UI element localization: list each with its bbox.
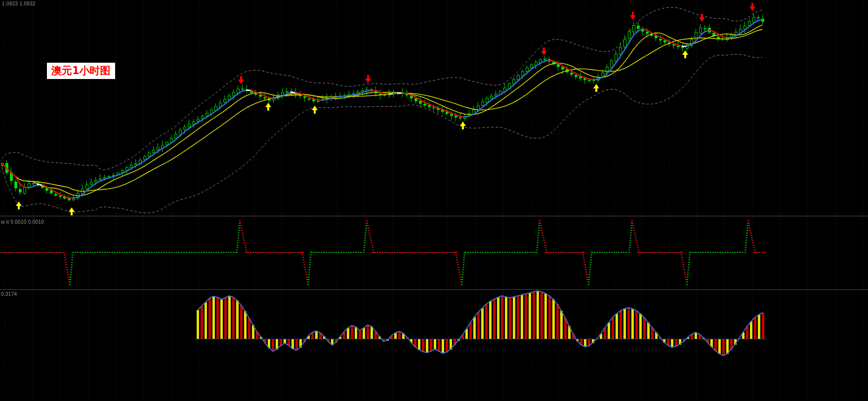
indicator1-values-label: w it 0.0010 0.0010 <box>1 219 44 225</box>
trading-chart-window: 1.0923 1.0932 澳元1小时图 w it 0.0010 0.0010 … <box>0 0 868 401</box>
main-chart-quote: 1.0923 1.0932 <box>2 1 36 6</box>
chart-canvas[interactable] <box>0 0 868 401</box>
indicator2-value-label: 0.3174 <box>1 291 17 297</box>
chart-annotation-label: 澳元1小时图 <box>47 63 115 79</box>
